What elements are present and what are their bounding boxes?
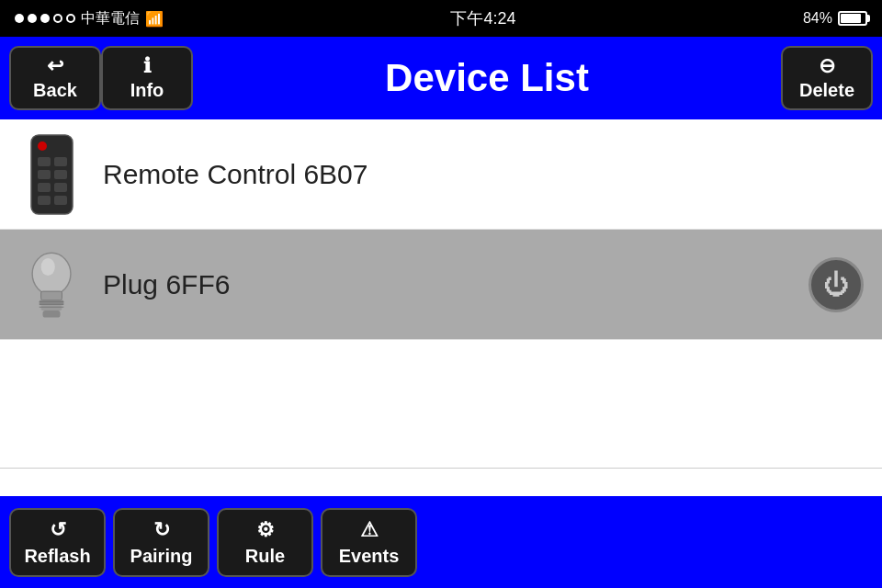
reflash-label: Reflash: [24, 546, 90, 567]
info-button[interactable]: ℹ Info: [101, 46, 193, 110]
svg-point-1: [38, 141, 47, 151]
device-name-plug: Plug 6FF6: [103, 269, 230, 300]
svg-rect-7: [54, 183, 67, 192]
delete-button[interactable]: ⊖ Delete: [781, 46, 873, 110]
svg-rect-5: [54, 170, 67, 179]
info-icon: ℹ: [143, 56, 151, 76]
page-title: Device List: [193, 56, 781, 100]
status-bar: 中華電信 📶 下午4:24 84%: [0, 0, 882, 37]
rule-label: Rule: [245, 546, 285, 567]
svg-rect-4: [38, 170, 51, 179]
dot-5: [66, 14, 75, 23]
device-list: Remote Control 6B07 Plug 6FF6: [0, 119, 882, 340]
device-item-remote[interactable]: Remote Control 6B07: [0, 119, 882, 230]
events-button[interactable]: ⚠ Events: [321, 508, 417, 577]
events-icon: ⚠: [360, 518, 379, 542]
svg-rect-14: [42, 311, 60, 318]
svg-rect-2: [38, 157, 51, 166]
battery-icon: [838, 11, 867, 26]
svg-rect-6: [38, 183, 51, 192]
wifi-icon: 📶: [145, 10, 164, 28]
power-icon: ⏻: [823, 269, 849, 300]
dot-3: [40, 14, 50, 23]
device-item-plug[interactable]: Plug 6FF6 ⏻: [0, 230, 882, 340]
reflash-button[interactable]: ↺ Reflash: [9, 508, 106, 577]
battery-fill: [841, 14, 861, 23]
carrier-label: 中華電信: [81, 9, 140, 28]
remote-icon: [15, 133, 88, 216]
info-label: Info: [130, 80, 164, 101]
svg-rect-11: [40, 291, 62, 300]
delete-label: Delete: [799, 80, 854, 101]
power-button-plug[interactable]: ⏻: [808, 257, 864, 312]
svg-rect-8: [38, 196, 51, 205]
battery-label: 84%: [803, 10, 832, 27]
delete-icon: ⊖: [819, 56, 835, 76]
svg-rect-9: [54, 196, 67, 205]
dot-4: [53, 14, 62, 23]
pairing-button[interactable]: ↻ Pairing: [113, 508, 209, 577]
pairing-icon: ↻: [153, 518, 170, 542]
svg-rect-3: [54, 157, 67, 166]
toolbar: ↺ Reflash ↻ Pairing ⚙ Rule ⚠ Events: [0, 496, 882, 588]
svg-point-18: [40, 258, 54, 276]
rule-icon: ⚙: [256, 518, 275, 542]
signal-dots: [15, 14, 75, 23]
events-label: Events: [339, 546, 400, 567]
status-right: 84%: [803, 10, 867, 27]
battery-body: [838, 11, 867, 26]
device-name-remote: Remote Control 6B07: [103, 159, 368, 190]
time-display: 下午4:24: [450, 7, 515, 29]
header: ↩ Back ℹ Info Device List ⊖ Delete: [0, 37, 882, 119]
dot-2: [28, 14, 37, 23]
pairing-label: Pairing: [130, 546, 193, 567]
svg-rect-13: [40, 305, 62, 311]
separator: [0, 468, 882, 469]
back-icon: ↩: [47, 56, 63, 76]
reflash-icon: ↺: [50, 518, 66, 542]
status-left: 中華電信 📶: [15, 9, 164, 28]
rule-button[interactable]: ⚙ Rule: [217, 508, 313, 577]
plug-icon: [15, 243, 88, 326]
back-label: Back: [33, 80, 77, 101]
dot-1: [15, 14, 24, 23]
back-button[interactable]: ↩ Back: [9, 46, 101, 110]
